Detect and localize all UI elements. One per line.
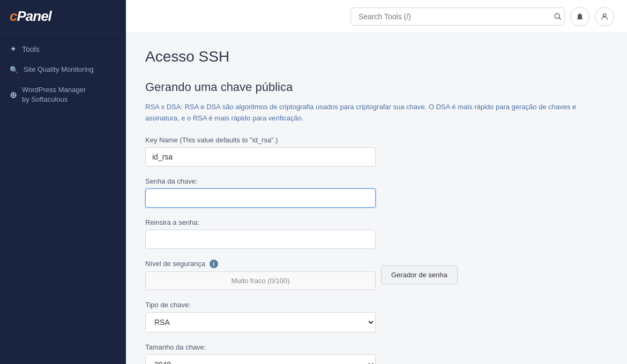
svg-point-2 [603, 13, 606, 16]
search-button[interactable] [554, 12, 562, 20]
main-area: Acesso SSH Gerando uma chave pública RSA… [126, 0, 627, 364]
confirm-password-label: Reinsira a senha: [145, 218, 376, 226]
topbar [126, 0, 627, 33]
key-type-label: Tipo de chave: [145, 301, 376, 309]
password-group: Senha da chave: [145, 177, 376, 208]
page-title: Acesso SSH [145, 48, 608, 65]
site-quality-icon: 🔍 [10, 66, 18, 74]
security-bar: Muito fraco (0/100) [145, 271, 376, 290]
logo-area: cPanel [0, 0, 126, 33]
key-name-group: Key Name (This value defaults to "id_rsa… [145, 136, 376, 166]
key-size-label: Tamanho da chave: [145, 343, 376, 351]
password-input[interactable] [145, 188, 376, 208]
key-type-group: Tipo de chave: RSA DSA ECDSA Ed25519 [145, 301, 376, 332]
sidebar: cPanel ✦ Tools 🔍 Site Quality Monitoring… [0, 0, 126, 364]
cpanel-logo: cPanel [10, 8, 51, 25]
tools-icon: ✦ [10, 44, 17, 54]
svg-line-1 [559, 18, 561, 19]
search-input[interactable] [350, 7, 565, 26]
section-title: Gerando uma chave pública [145, 80, 608, 94]
description-text: RSA x DSA: RSA e DSA são algoritmos de c… [145, 102, 608, 124]
key-name-input[interactable] [145, 147, 376, 166]
sidebar-item-tools[interactable]: ✦ Tools [0, 39, 126, 59]
sidebar-item-tools-label: Tools [22, 45, 40, 54]
key-size-group: Tamanho da chave: 1024 2048 4096 [145, 343, 376, 364]
security-label: Nível de segurança i [145, 260, 376, 269]
wordpress-icon: ⊕ [10, 90, 17, 100]
confirm-password-input[interactable] [145, 230, 376, 249]
confirm-password-group: Reinsira a senha: [145, 218, 376, 249]
security-info-icon[interactable]: i [210, 260, 218, 268]
key-name-label: Key Name (This value defaults to "id_rsa… [145, 136, 376, 144]
content: Acesso SSH Gerando uma chave pública RSA… [126, 33, 627, 364]
password-label: Senha da chave: [145, 177, 376, 185]
sidebar-item-site-quality[interactable]: 🔍 Site Quality Monitoring [0, 59, 126, 80]
sidebar-item-wordpress[interactable]: ⊕ WordPress Managerby Softaculous [0, 80, 126, 110]
generate-password-button[interactable]: Gerador de senha [381, 266, 458, 284]
user-menu-button[interactable] [595, 7, 614, 26]
key-type-select[interactable]: RSA DSA ECDSA Ed25519 [145, 312, 376, 332]
key-size-select[interactable]: 1024 2048 4096 [145, 354, 376, 364]
security-group: Nível de segurança i Muito fraco (0/100) [145, 260, 376, 291]
security-row: Nível de segurança i Muito fraco (0/100)… [145, 260, 520, 291]
search-icon [554, 12, 562, 20]
bell-icon [576, 12, 584, 21]
user-icon [600, 12, 609, 21]
search-wrapper [350, 7, 565, 26]
sidebar-nav: ✦ Tools 🔍 Site Quality Monitoring ⊕ Word… [0, 33, 126, 116]
sidebar-item-site-quality-label: Site Quality Monitoring [24, 65, 94, 74]
sidebar-item-wordpress-label: WordPress Managerby Softaculous [22, 85, 86, 104]
notifications-button[interactable] [570, 7, 589, 26]
